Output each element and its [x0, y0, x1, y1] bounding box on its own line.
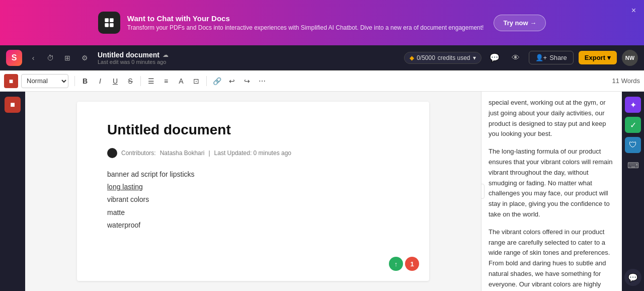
doc-heading: Untitled document: [107, 122, 399, 138]
banner-subtitle: Transform your PDFs and Docs into intera…: [127, 24, 484, 31]
content-item-1: banner ad script for lipsticks: [107, 168, 399, 181]
link-button[interactable]: 🔗: [210, 74, 224, 88]
content-item-5: waterproof: [107, 219, 399, 232]
word-count: 11 Words: [612, 77, 640, 85]
share-icon: 👤+: [535, 54, 547, 61]
divider-3: [206, 76, 207, 86]
redo-button[interactable]: ↪: [240, 74, 254, 88]
align-button[interactable]: ≡: [159, 74, 173, 88]
templates-button[interactable]: ⊞: [60, 51, 74, 65]
content-list: banner ad script for lipsticks long last…: [107, 168, 399, 232]
reaction-badges: ↑ 1: [389, 257, 419, 271]
history-button[interactable]: ⏱: [43, 51, 57, 65]
doc-area[interactable]: Untitled document Contributors: Natasha …: [25, 92, 481, 291]
doc-icon-symbol: ■: [9, 77, 13, 85]
banner-text: Want to Chat with Your Docs Transform yo…: [127, 14, 484, 31]
svg-rect-0: [105, 18, 109, 22]
back-button[interactable]: ‹: [26, 51, 40, 65]
list-button[interactable]: ☰: [144, 74, 158, 88]
format-left: ■ Normal Heading 1 Heading 2: [4, 74, 68, 88]
preview-button[interactable]: 👁: [508, 50, 524, 66]
banner-title: Want to Chat with Your Docs: [127, 14, 484, 23]
settings-button[interactable]: ⚙: [77, 51, 92, 65]
doc-title: Untitled document: [98, 51, 159, 59]
font-color-button[interactable]: A: [174, 74, 188, 88]
main-area: ■ Untitled document Contributors: Natash…: [0, 92, 644, 291]
bold-button[interactable]: B: [78, 74, 92, 88]
promo-banner: Want to Chat with Your Docs Transform yo…: [0, 0, 644, 45]
content-item-3: vibrant colors: [107, 193, 399, 206]
credits-badge[interactable]: ◆ 0/5000 credits used ▾: [404, 52, 481, 64]
content-item-2: long lasting: [107, 181, 399, 193]
right-panel: › special event, working out at the gym,…: [481, 92, 622, 291]
image-button[interactable]: ⊡: [189, 74, 203, 88]
contributors-row: Contributors: Natasha Bokhari | Last Upd…: [107, 148, 399, 158]
more-button[interactable]: ⋯: [255, 74, 269, 88]
divider-1: [74, 76, 75, 86]
ai-chat-icon[interactable]: ✦: [625, 97, 641, 113]
underline-button[interactable]: U: [108, 74, 122, 88]
svg-rect-1: [110, 18, 114, 22]
cloud-icon: ☁: [163, 51, 169, 58]
upvote-badge[interactable]: ↑: [389, 257, 403, 271]
panel-collapse-button[interactable]: ›: [481, 184, 485, 199]
chat-button[interactable]: 💬: [487, 50, 503, 66]
toolbar-nav: ‹ ⏱ ⊞ ⚙: [26, 51, 92, 65]
try-now-button[interactable]: Try now →: [494, 15, 546, 31]
count-badge[interactable]: 1: [405, 257, 419, 271]
right-sidebar: ✦ ✓ 🛡 ⌨ 💬: [622, 92, 644, 291]
contributor-avatar: [107, 148, 117, 158]
content-item-4: matte: [107, 206, 399, 219]
banner-close-button[interactable]: ×: [631, 6, 636, 15]
toolbar-right: ◆ 0/5000 credits used ▾ 💬 👁 👤+ Share Exp…: [404, 50, 638, 66]
shield-icon[interactable]: 🛡: [625, 137, 641, 153]
right-para-1: special event, working out at the gym, o…: [489, 98, 615, 139]
doc-paper: Untitled document Contributors: Natasha …: [77, 102, 429, 281]
contributors-label: Contributors:: [121, 150, 156, 157]
format-toolbar: ■ Normal Heading 1 Heading 2 B I U S ☰ ≡…: [0, 70, 644, 92]
doc-subtitle: Last edit was 0 minutes ago: [98, 59, 404, 65]
diamond-icon: ◆: [410, 54, 414, 61]
check-icon[interactable]: ✓: [625, 117, 641, 133]
share-button[interactable]: 👤+ Share: [529, 51, 574, 64]
right-para-2: The long-lasting formula of our product …: [489, 147, 615, 220]
left-sidebar: ■: [0, 92, 25, 291]
banner-logo: [98, 12, 120, 34]
user-avatar[interactable]: NW: [622, 50, 638, 66]
credits-value: 0/5000: [417, 54, 435, 61]
undo-button[interactable]: ↩: [225, 74, 239, 88]
doc-info: Untitled document ☁ Last edit was 0 minu…: [98, 51, 404, 65]
export-chevron: ▾: [607, 54, 611, 61]
credits-chevron: ▾: [473, 54, 476, 61]
credits-label: credits used: [438, 54, 470, 61]
doc-type-icon: ■: [4, 74, 18, 88]
svg-rect-3: [110, 23, 114, 27]
sidebar-doc-icon[interactable]: ■: [5, 97, 21, 113]
strikethrough-button[interactable]: S: [123, 74, 137, 88]
text-style-select[interactable]: Normal Heading 1 Heading 2: [21, 74, 68, 88]
contributor-name: Natasha Bokhari: [160, 150, 205, 157]
keyboard-icon[interactable]: ⌨: [625, 157, 641, 173]
updated-label: Last Updated: 0 minutes ago: [214, 150, 291, 157]
export-button[interactable]: Export ▾: [579, 51, 617, 64]
word-count-value: 11 Words: [612, 77, 640, 85]
app-logo: S: [6, 50, 22, 66]
right-para-3: The vibrant colors offered in our produc…: [489, 227, 615, 291]
chat-bottom-icon[interactable]: 💬: [624, 269, 641, 286]
svg-rect-2: [105, 23, 109, 27]
top-toolbar: S ‹ ⏱ ⊞ ⚙ Untitled document ☁ Last edit …: [0, 45, 644, 70]
divider-2: [140, 76, 141, 86]
italic-button[interactable]: I: [93, 74, 107, 88]
